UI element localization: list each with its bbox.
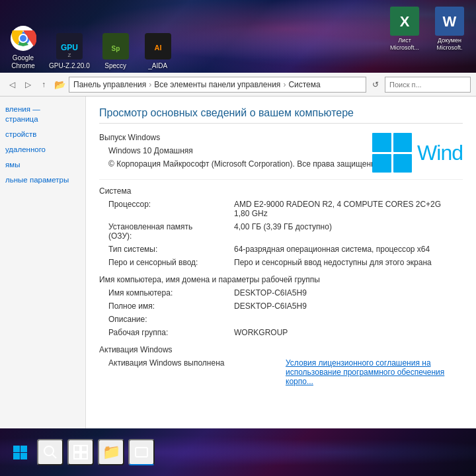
taskbar-icon-speccy[interactable]: Sp Speccy <box>99 32 132 70</box>
file-explorer-button[interactable]: 📁 <box>98 439 124 465</box>
search-button[interactable] <box>37 439 63 465</box>
system-row-ram: Установленная память(ОЗУ): 4,00 ГБ (3,39… <box>99 222 463 241</box>
address-bar: ◁ ▷ ↑ 📂 Панель управления › Все элементы… <box>0 73 476 97</box>
activation-group-label: Активация Windows <box>99 345 463 354</box>
taskbar-bottom: 📁 <box>0 428 476 476</box>
workgroup-key: Рабочая группа: <box>108 328 234 337</box>
sidebar-item-devices[interactable]: стройств <box>5 130 80 139</box>
bottom-taskbar-items: 📁 <box>7 428 155 476</box>
task-view-button[interactable] <box>67 439 94 465</box>
svg-point-19 <box>44 446 54 456</box>
ram-value: 4,00 ГБ (3,39 ГБ доступно) <box>234 222 463 241</box>
type-value: 64-разрядная операционная система, проце… <box>234 245 463 254</box>
excel-label: ЛистMicrosoft... <box>390 37 419 52</box>
breadcrumb-item-1: Панель управления <box>73 80 146 89</box>
workgroup-value: WORKGROUP <box>234 328 463 337</box>
speccy-label: Speccy <box>104 62 126 70</box>
sidebar-item-system[interactable]: ямы <box>5 160 80 170</box>
word-icon: W <box>435 7 464 36</box>
activation-text: Активация Windows выполнена <box>108 358 286 386</box>
sidebar-item-params[interactable]: льные параметры <box>5 175 80 185</box>
svg-rect-16 <box>20 446 27 452</box>
cpu-value: AMD E2-9000 RADEON R2, 4 COMPUTE CORES 2… <box>234 200 463 218</box>
activation-row: Активация Windows выполнена Условия лице… <box>99 358 463 386</box>
page-title: Просмотр основных сведений о вашем компь… <box>99 107 463 124</box>
touch-value: Перо и сенсорный ввод недоступны для это… <box>234 258 463 267</box>
forward-button[interactable]: ▷ <box>21 78 34 91</box>
desktop-icon-excel[interactable]: X ЛистMicrosoft... <box>385 7 424 52</box>
fullname-value: DESKTOP-C6IA5H9 <box>234 301 463 311</box>
svg-rect-23 <box>74 453 80 459</box>
refresh-button[interactable]: ↺ <box>369 78 382 91</box>
sidebar-item-home[interactable]: вления —страница <box>5 104 80 124</box>
comp-name-key: Имя компьютера: <box>108 288 234 298</box>
desktop-icons-right: X ЛистMicrosoft... W ДокуменMicrosoft. <box>385 7 469 52</box>
taskbar-icon-aida[interactable]: AI _AIDA <box>141 32 175 70</box>
svg-rect-17 <box>13 453 20 459</box>
aida-icon: AI <box>143 32 173 61</box>
svg-text:Sp: Sp <box>111 45 120 52</box>
svg-line-20 <box>52 454 56 458</box>
folder-icon: 📂 <box>53 78 66 91</box>
svg-text:X: X <box>400 13 410 30</box>
content-panel: вления —страница стройств удаленного ямы… <box>0 97 476 428</box>
type-key: Тип системы: <box>108 245 234 254</box>
chrome-label: GoogleChrome <box>11 54 35 70</box>
info-area: Просмотр основных сведений о вашем компь… <box>86 97 476 428</box>
taskbar-icon-chrome[interactable]: GoogleChrome <box>7 24 40 70</box>
comp-name-value: DESKTOP-C6IA5H9 <box>234 288 463 298</box>
search-input[interactable] <box>385 77 471 93</box>
system-group-label: Система <box>99 186 463 196</box>
svg-point-3 <box>20 35 26 42</box>
gpuz-icon: GPU Z <box>55 32 84 61</box>
computer-row-desc: Описание: <box>99 315 463 324</box>
sidebar-item-remote[interactable]: удаленного <box>5 145 80 155</box>
svg-rect-25 <box>136 448 147 457</box>
computer-row-fullname: Полное имя: DESKTOP-C6IA5H9 <box>99 301 463 311</box>
breadcrumb[interactable]: Панель управления › Все элементы панели … <box>69 77 366 93</box>
windows-text: Wind <box>417 141 463 165</box>
svg-rect-18 <box>20 453 27 459</box>
fullname-key: Полное имя: <box>108 301 234 311</box>
computer-row-workgroup: Рабочая группа: WORKGROUP <box>99 328 463 337</box>
computer-row-name: Имя компьютера: DESKTOP-C6IA5H9 <box>99 288 463 298</box>
windows-logo <box>372 133 412 173</box>
back-button[interactable]: ◁ <box>5 78 19 91</box>
svg-rect-22 <box>81 446 87 452</box>
aida-label: _AIDA <box>148 62 167 70</box>
svg-text:Z: Z <box>67 52 71 58</box>
svg-rect-21 <box>74 446 80 452</box>
speccy-icon: Sp <box>101 32 130 61</box>
desktop-icon-word[interactable]: W ДокуменMicrosoft. <box>430 7 469 52</box>
desktop-top: GoogleChrome GPU Z GPU-Z.2.20.0 Sp Specc… <box>0 0 476 73</box>
taskbar-icons: GoogleChrome GPU Z GPU-Z.2.20.0 Sp Specc… <box>7 24 175 70</box>
desc-key: Описание: <box>108 315 234 324</box>
system-panel-button[interactable] <box>128 439 155 465</box>
activation-link[interactable]: Условия лицензионного соглашения на испо… <box>286 358 463 386</box>
start-button[interactable] <box>7 439 33 465</box>
breadcrumb-item-3: Система <box>288 80 320 89</box>
main-window: ◁ ▷ ↑ 📂 Панель управления › Все элементы… <box>0 73 476 428</box>
excel-icon: X <box>390 7 419 36</box>
system-row-type: Тип системы: 64-разрядная операционная с… <box>99 245 463 254</box>
svg-text:W: W <box>443 13 457 30</box>
cpu-key: Процессор: <box>108 200 234 218</box>
sidebar: вления —страница стройств удаленного ямы… <box>0 97 86 428</box>
gpuz-label: GPU-Z.2.20.0 <box>49 62 90 70</box>
svg-rect-15 <box>13 446 20 452</box>
chrome-icon <box>9 24 38 53</box>
svg-text:AI: AI <box>154 44 161 52</box>
breadcrumb-item-2: Все элементы панели управления <box>154 80 280 89</box>
svg-rect-24 <box>81 453 87 459</box>
system-row-cpu: Процессор: AMD E2-9000 RADEON R2, 4 COMP… <box>99 200 463 218</box>
word-label: ДокуменMicrosoft. <box>436 37 462 52</box>
computer-group-label: Имя компьютера, имя домена и параметры р… <box>99 275 463 284</box>
svg-text:GPU: GPU <box>61 43 78 52</box>
taskbar-icon-gpuz[interactable]: GPU Z GPU-Z.2.20.0 <box>49 32 90 70</box>
touch-key: Перо и сенсорный ввод: <box>108 258 234 267</box>
windows-section: Выпуск Windows Windows 10 Домашняя © Кор… <box>99 133 463 180</box>
system-row-touch: Перо и сенсорный ввод: Перо и сенсорный … <box>99 258 463 267</box>
up-button[interactable]: ↑ <box>37 78 50 91</box>
desc-value <box>234 315 463 324</box>
ram-key: Установленная память(ОЗУ): <box>108 222 234 241</box>
